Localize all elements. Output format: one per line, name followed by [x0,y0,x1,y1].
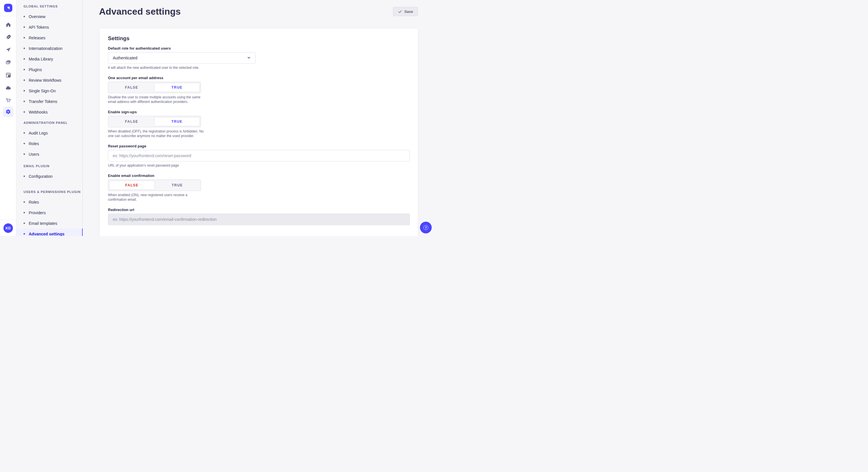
field-label: Reset password page [108,144,410,148]
strapi-logo-mark [5,5,11,11]
sidebar-item-roles[interactable]: Roles [17,197,82,207]
sidebar-item-label: Releases [29,36,45,40]
field-hint: It will attach the new authenticated use… [108,65,410,70]
field-hint: Disallow the user to create multiple acc… [108,95,206,104]
avatar[interactable]: KD [3,224,13,233]
bullet-icon [24,58,25,60]
sidebar-item-webhooks[interactable]: Webhooks [17,107,82,117]
strapi-logo[interactable] [4,4,12,12]
bullet-icon [24,16,25,17]
sidebar-item-label: Advanced settings [29,232,64,236]
bullet-icon [24,79,25,81]
sidebar-item-label: Email templates [29,221,57,226]
settings-sidebar: GLOBAL SETTINGSOverviewAPI TokensRelease… [17,0,83,236]
sidebar-item-label: Roles [29,141,39,146]
toggle-option-false[interactable]: FALSE [109,83,154,92]
sidebar-item-label: Webhooks [29,110,48,114]
help-button[interactable]: ? [420,222,432,233]
save-button[interactable]: Save [393,7,418,16]
sidebar-item-configuration[interactable]: Configuration [17,171,82,181]
cart-icon[interactable] [0,95,17,106]
sidebar-item-label: Roles [29,200,39,204]
sidebar-item-media-library[interactable]: Media Library [17,54,82,64]
field-redirection-url: Redirection url [108,208,410,225]
settings-card: Settings Default role for authenticated … [100,28,418,236]
feather-icon[interactable] [0,32,17,43]
bullet-icon [24,201,25,203]
bullet-icon [24,175,25,177]
send-icon[interactable] [0,44,17,56]
sidebar-item-label: Media Library [29,57,53,61]
sidebar-item-roles[interactable]: Roles [17,138,82,149]
bullet-icon [24,233,25,235]
sidebar-item-audit-logs[interactable]: Audit Logs [17,128,82,138]
sidebar-item-single-sign-on[interactable]: Single Sign-On [17,86,82,96]
field-label: Redirection url [108,208,410,212]
redirection-url-input [108,214,410,225]
field-reset-password-page: Reset password page URL of your applicat… [108,144,410,168]
rail-divider [0,16,16,16]
toggle-option-true[interactable]: TRUE [154,83,200,92]
field-hint: URL of your application's reset password… [108,163,410,168]
nav-section-header: GLOBAL SETTINGS [17,1,82,11]
toggle-option-false[interactable]: FALSE [109,117,154,126]
sidebar-item-label: Users [29,152,39,157]
sidebar-item-releases[interactable]: Releases [17,32,82,43]
bullet-icon [24,212,25,213]
sign-ups-toggle: FALSE TRUE [108,116,201,127]
sidebar-item-label: Internationalization [29,46,63,51]
sidebar-item-label: Configuration [29,174,53,179]
nav-section-header: USERS & PERMISSIONS PLUGIN [17,187,82,197]
toggle-option-true[interactable]: TRUE [155,181,200,190]
sidebar-item-transfer-tokens[interactable]: Transfer Tokens [17,96,82,107]
cloud-icon[interactable] [0,82,17,94]
field-label: Enable sign-ups [108,110,410,114]
sidebar-item-email-templates[interactable]: Email templates [17,218,82,229]
check-icon [398,9,402,14]
bullet-icon [24,223,25,224]
media-library-icon[interactable] [0,57,17,68]
sidebar-item-internationalization[interactable]: Internationalization [17,43,82,54]
nav-section-header: EMAIL PLUGIN [17,161,82,171]
sidebar-item-label: API Tokens [29,25,49,30]
bullet-icon [24,154,25,155]
toggle-option-false[interactable]: FALSE [109,181,155,190]
sidebar-item-api-tokens[interactable]: API Tokens [17,22,82,32]
sidebar-item-label: Plugins [29,67,42,72]
field-label: Enable email confirmation [108,173,410,178]
layout-icon[interactable] [0,69,17,81]
field-label: One account per email address [108,76,410,80]
settings-gear-icon[interactable] [3,106,13,117]
icon-rail: KD [0,0,17,236]
field-hint: When disabled (OFF), the registration pr… [108,129,206,138]
rail-divider [0,220,16,220]
bullet-icon [24,101,25,102]
save-button-label: Save [404,9,413,14]
bullet-icon [24,132,25,134]
reset-password-input[interactable] [108,150,410,162]
default-role-select[interactable]: Authenticated [108,52,255,64]
field-hint: When enabled (ON), new registered users … [108,193,206,202]
sidebar-item-review-workflows[interactable]: Review Workflows [17,75,82,86]
bullet-icon [24,26,25,28]
bullet-icon [24,90,25,92]
field-default-role: Default role for authenticated users Aut… [108,46,410,70]
sidebar-item-advanced-settings[interactable]: Advanced settings [17,229,82,236]
sidebar-item-providers[interactable]: Providers [17,207,82,218]
main-content: Advanced settings Save Settings Default … [83,0,434,236]
toggle-option-true[interactable]: TRUE [154,117,200,126]
field-enable-email-confirmation: Enable email confirmation FALSE TRUE Whe… [108,173,410,202]
select-value: Authenticated [113,56,137,60]
sidebar-item-plugins[interactable]: Plugins [17,64,82,75]
sidebar-item-users[interactable]: Users [17,149,82,160]
sidebar-item-label: Overview [29,14,45,19]
nav-section-header: ADMINISTRATION PANEL [17,118,82,128]
bullet-icon [24,47,25,49]
bullet-icon [24,37,25,38]
one-account-toggle: FALSE TRUE [108,82,201,93]
sidebar-item-label: Audit Logs [29,131,48,135]
field-label: Default role for authenticated users [108,46,410,51]
sidebar-item-label: Transfer Tokens [29,99,57,104]
sidebar-item-overview[interactable]: Overview [17,11,82,22]
home-icon[interactable] [0,19,17,30]
